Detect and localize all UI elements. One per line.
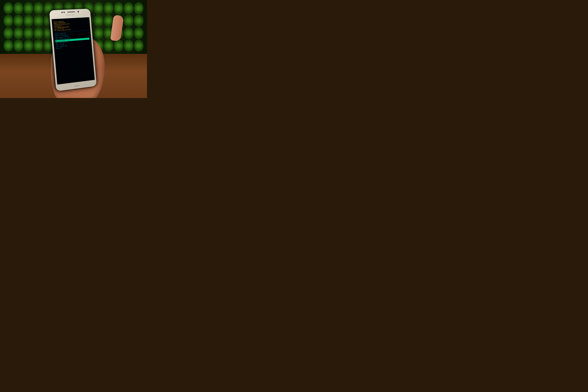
screen-content: Android Recovery MMB29K.G935FXXU1CPJ2 sa…: [52, 17, 95, 84]
sensor-dot-2: [63, 12, 65, 13]
phone-camera: [78, 11, 79, 12]
phone-top-bar: [54, 10, 86, 14]
keyboard-key: [134, 2, 143, 14]
scan-line: [57, 77, 95, 82]
scan-line: [56, 67, 94, 71]
scan-line: [56, 65, 94, 69]
scan-line: [56, 64, 93, 68]
keyboard-key: [134, 40, 143, 51]
scan-line: [56, 70, 94, 74]
scan-line: [55, 52, 92, 55]
phone-speaker: [67, 12, 75, 12]
phone-home-indicator: [74, 85, 79, 86]
keyboard-key: [124, 28, 133, 39]
keyboard-key: [124, 2, 133, 14]
scan-line: [57, 74, 94, 79]
scan-line: [57, 72, 94, 77]
scan-line: [56, 68, 94, 72]
keyboard-key: [14, 2, 23, 14]
hand-holding-phone: SAMSUNG Android Recovery MMB29K.G935FXXU…: [29, 0, 118, 98]
scan-line: [52, 17, 89, 19]
samsung-phone: SAMSUNG Android Recovery MMB29K.G935FXXU…: [49, 9, 97, 91]
keyboard-key: [134, 28, 143, 39]
keyboard-key: [4, 2, 13, 14]
phone-screen: Android Recovery MMB29K.G935FXXU1CPJ2 sa…: [52, 17, 95, 84]
scan-line: [55, 55, 93, 58]
scan-line: [55, 59, 93, 63]
recovery-menu: Reboot system nowReboot to bootloaderApp…: [55, 31, 90, 49]
keyboard-key: [134, 15, 143, 26]
scan-line: [56, 61, 93, 64]
keyboard-key: [124, 40, 133, 51]
scan-line: [57, 78, 95, 83]
sensor-dot-1: [61, 12, 63, 13]
keyboard-key: [4, 15, 13, 26]
scan-line: [55, 58, 93, 62]
keyboard-key: [14, 40, 23, 51]
scan-line: [57, 76, 94, 80]
samsung-brand-label: SAMSUNG: [66, 14, 75, 16]
scan-line: [57, 71, 94, 76]
scan-line: [54, 48, 92, 52]
keyboard-key: [4, 40, 13, 51]
scan-line: [55, 50, 92, 54]
recovery-header: Android Recovery MMB29K.G935FXXU1CPJ2 sa…: [54, 19, 89, 32]
scan-line: [56, 62, 93, 66]
phone-sensors: [61, 12, 65, 13]
keyboard-key: [124, 15, 133, 26]
scan-line: [55, 56, 93, 60]
scan-line: [55, 53, 92, 57]
keyboard-key: [4, 28, 13, 39]
keyboard-key: [14, 15, 23, 26]
keyboard-key: [14, 28, 23, 39]
